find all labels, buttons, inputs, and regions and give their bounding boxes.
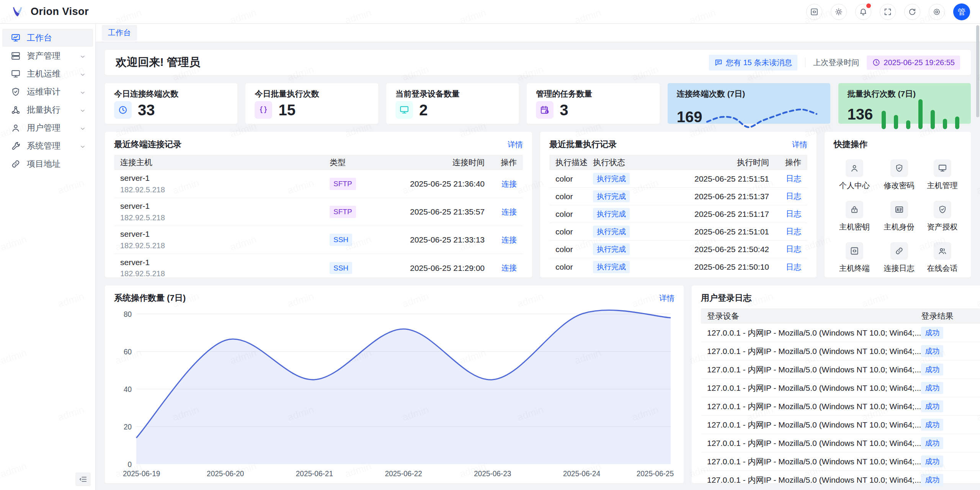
table-row: 127.0.0.1 - 内网IP - Mozilla/5.0 (Windows … bbox=[701, 434, 980, 452]
theme-button[interactable] bbox=[831, 4, 847, 20]
settings-button[interactable] bbox=[929, 4, 945, 20]
shield-icon bbox=[11, 87, 21, 97]
sidebar-item-资产管理[interactable]: 资产管理 bbox=[2, 47, 93, 65]
notification-dot bbox=[866, 3, 871, 8]
quick-op-主机密钥[interactable]: 主机密钥 bbox=[831, 201, 877, 232]
type-badge: SSH bbox=[330, 262, 352, 274]
quick-op-资产授权[interactable]: 资产授权 bbox=[921, 201, 964, 232]
exec-time: 2025-06-25 21:51:51 bbox=[660, 174, 769, 184]
exec-time: 2025-06-25 21:51:01 bbox=[660, 227, 769, 236]
table-row: color执行完成2025-06-25 21:51:01日志 bbox=[549, 223, 807, 241]
login-log-table: 登录设备登录结果登录时间127.0.0.1 - 内网IP - Mozilla/5… bbox=[692, 308, 980, 490]
sidebar-collapse-button[interactable] bbox=[75, 472, 91, 486]
lock-icon bbox=[846, 201, 863, 218]
svg-text:20: 20 bbox=[124, 422, 132, 431]
page-scrollbar[interactable] bbox=[976, 24, 979, 490]
unread-messages-badge[interactable]: 您有 15 条未读消息 bbox=[709, 55, 797, 70]
svg-text:2025-06-25: 2025-06-25 bbox=[637, 469, 674, 477]
quick-op-个人中心[interactable]: 个人中心 bbox=[831, 159, 877, 191]
stat-card-连接终端次数 (7日): 连接终端次数 (7日)169 bbox=[668, 83, 830, 124]
svg-text:2025-06-22: 2025-06-22 bbox=[385, 469, 422, 477]
host-name: server-1 bbox=[120, 257, 330, 268]
link-icon bbox=[11, 159, 21, 169]
svg-text:40: 40 bbox=[124, 385, 132, 393]
system-ops-chart: 0204060802025-06-192025-06-202025-06-212… bbox=[105, 308, 684, 483]
last-login-time: 2025-06-25 19:26:55 bbox=[884, 58, 955, 67]
host-ip: 182.92.5.218 bbox=[120, 268, 330, 279]
chevron-down-icon bbox=[79, 70, 86, 77]
connect-link[interactable]: 连接 bbox=[501, 208, 517, 216]
column-header: 类型 bbox=[330, 157, 376, 168]
sidebar-item-工作台[interactable]: 工作台 bbox=[2, 29, 93, 47]
sidebar-item-项目地址[interactable]: 项目地址 bbox=[2, 155, 93, 173]
quick-op-在线会话[interactable]: 在线会话 bbox=[921, 242, 964, 274]
stat-label: 今日批量执行次数 bbox=[255, 88, 369, 99]
braces-icon bbox=[255, 101, 272, 119]
table-row: color执行完成2025-06-25 21:51:37日志 bbox=[549, 188, 807, 205]
welcome-right: 您有 15 条未读消息 上次登录时间 2025-06-25 19:26:55 bbox=[709, 55, 960, 70]
scrollbar-thumb[interactable] bbox=[976, 25, 979, 117]
system-ops-chart-title: 系统操作数量 (7日) bbox=[114, 292, 186, 304]
sidebar-item-批量执行[interactable]: 批量执行 bbox=[2, 101, 93, 119]
fullscreen-button[interactable] bbox=[880, 4, 896, 20]
table-row: 127.0.0.1 - 内网IP - Mozilla/5.0 (Windows … bbox=[701, 379, 980, 397]
exec-desc: color bbox=[555, 245, 593, 254]
quick-op-连接日志[interactable]: 连接日志 bbox=[877, 242, 921, 274]
connect-link[interactable]: 连接 bbox=[501, 236, 517, 244]
terminal-trend-sparkline bbox=[702, 99, 821, 134]
shield-icon bbox=[934, 201, 951, 218]
chevron-down-icon bbox=[79, 52, 86, 59]
login-result-badge: 成功 bbox=[921, 345, 943, 357]
stat-card-当前登录设备数量: 当前登录设备数量2 bbox=[386, 83, 519, 124]
system-ops-chart-detail-link[interactable]: 详情 bbox=[659, 293, 675, 303]
unread-messages-text: 您有 15 条未读消息 bbox=[726, 57, 792, 68]
stat-card-批量执行次数 (7日): 批量执行次数 (7日)136 bbox=[838, 83, 971, 124]
table-row: color执行完成2025-06-25 21:50:10日志 bbox=[549, 258, 807, 276]
table-row: color执行完成2025-06-25 21:51:17日志 bbox=[549, 205, 807, 223]
exec-time: 2025-06-25 21:50:42 bbox=[660, 245, 769, 254]
notifications-button[interactable] bbox=[855, 4, 871, 20]
sidebar-item-系统管理[interactable]: 系统管理 bbox=[2, 137, 93, 155]
log-link[interactable]: 日志 bbox=[786, 210, 801, 218]
orion-visor-logo-icon bbox=[10, 4, 25, 20]
breadcrumb-item-workbench[interactable]: 工作台 bbox=[102, 25, 137, 41]
connect-link[interactable]: 连接 bbox=[501, 264, 517, 272]
log-link[interactable]: 日志 bbox=[786, 245, 801, 253]
task-icon bbox=[536, 101, 554, 119]
code-button[interactable] bbox=[806, 4, 822, 20]
sidebar-item-主机运维[interactable]: 主机运维 bbox=[2, 65, 93, 83]
connect-link[interactable]: 连接 bbox=[501, 180, 517, 188]
login-device: 127.0.0.1 - 内网IP - Mozilla/5.0 (Windows … bbox=[707, 364, 921, 375]
quick-op-主机身份[interactable]: 主机身份 bbox=[877, 201, 921, 232]
log-link[interactable]: 日志 bbox=[786, 263, 801, 271]
stat-value: 169 bbox=[677, 108, 702, 126]
stat-value: 3 bbox=[560, 102, 568, 119]
quick-op-修改密码[interactable]: 修改密码 bbox=[877, 159, 921, 191]
quick-op-主机终端[interactable]: 主机终端 bbox=[831, 242, 877, 274]
refresh-button[interactable] bbox=[904, 4, 920, 20]
login-device: 127.0.0.1 - 内网IP - Mozilla/5.0 (Windows … bbox=[707, 475, 921, 485]
batch-records-title: 最近批量执行记录 bbox=[549, 139, 617, 150]
dashboard-icon bbox=[11, 33, 21, 43]
exec-time: 2025-06-25 21:51:37 bbox=[660, 192, 769, 201]
area-chart-svg: 0204060802025-06-192025-06-202025-06-212… bbox=[114, 308, 675, 479]
table-row: 127.0.0.1 - 内网IP - Mozilla/5.0 (Windows … bbox=[701, 397, 980, 416]
log-link[interactable]: 日志 bbox=[786, 227, 801, 236]
sidebar-item-用户管理[interactable]: 用户管理 bbox=[2, 119, 93, 137]
sidebar-item-label: 主机运维 bbox=[27, 68, 79, 80]
terminal-records-detail-link[interactable]: 详情 bbox=[508, 139, 523, 150]
column-header: 执行时间 bbox=[660, 157, 769, 168]
user-avatar[interactable]: 管 bbox=[953, 3, 970, 20]
sidebar-item-运维审计[interactable]: 运维审计 bbox=[2, 83, 93, 101]
link-icon bbox=[890, 242, 908, 260]
chevron-down-icon bbox=[79, 125, 86, 131]
stats-row: 今日连接终端次数33今日批量执行次数15当前登录设备数量2管理的任务数量3连接终… bbox=[105, 83, 971, 124]
batch-records-detail-link[interactable]: 详情 bbox=[792, 139, 807, 150]
log-link[interactable]: 日志 bbox=[786, 192, 801, 200]
exec-status-badge: 执行完成 bbox=[593, 208, 630, 220]
log-link[interactable]: 日志 bbox=[786, 174, 801, 183]
quick-op-主机管理[interactable]: 主机管理 bbox=[921, 159, 964, 191]
last-login-label: 上次登录时间 bbox=[813, 57, 859, 68]
svg-text:80: 80 bbox=[124, 310, 132, 318]
host-name: server-1 bbox=[120, 228, 330, 240]
